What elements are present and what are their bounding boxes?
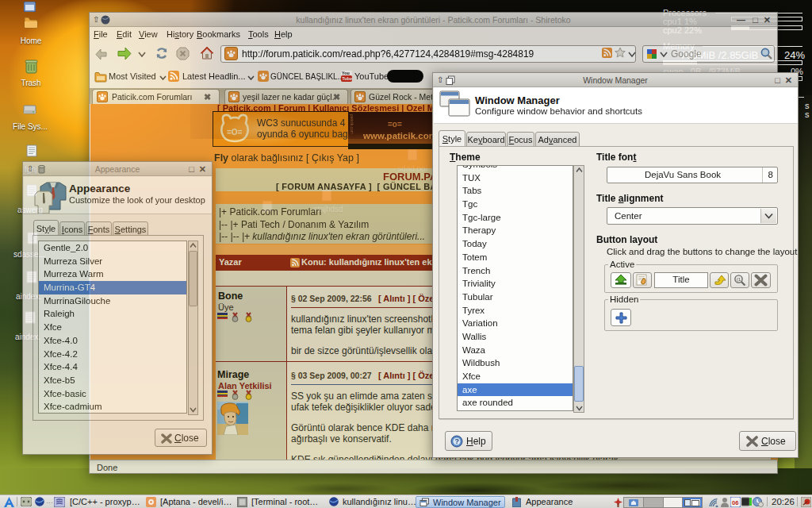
svg-text:(1: (1: [737, 277, 741, 282]
svg-text:You: You: [342, 71, 350, 75]
svg-text:06: 06: [732, 499, 738, 506]
svg-text:?: ?: [454, 437, 459, 445]
svg-text:=O=: =O=: [227, 128, 243, 137]
svg-text:Tube: Tube: [342, 76, 352, 81]
